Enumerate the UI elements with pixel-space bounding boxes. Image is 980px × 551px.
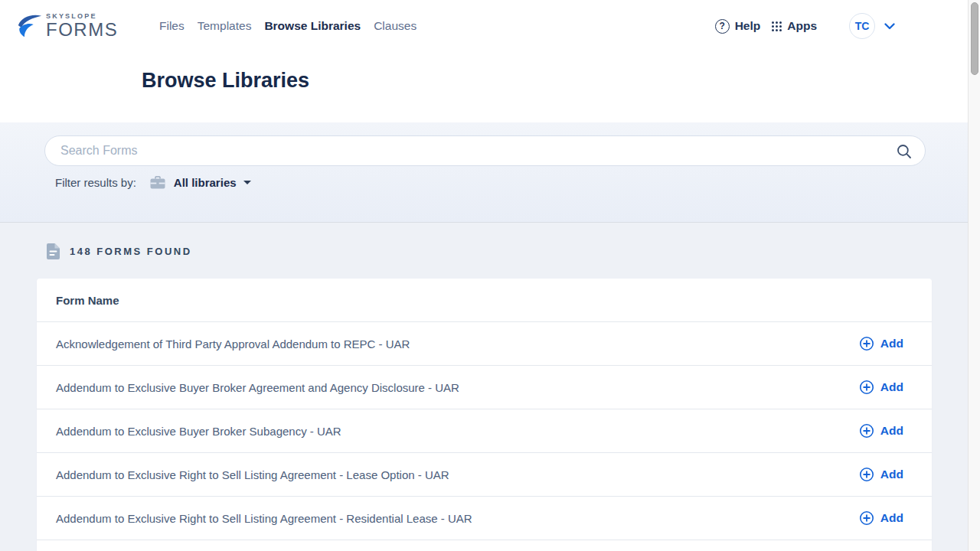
briefcase-icon: [150, 176, 165, 189]
filter-label: Filter results by:: [55, 176, 136, 189]
filter-row: Filter results by: All libraries: [55, 176, 926, 189]
form-name-cell: Addendum to Exclusive Right to Sell List…: [56, 468, 449, 481]
form-name-cell: Acknowledgement of Third Party Approval …: [56, 337, 410, 350]
add-form-button[interactable]: Add: [859, 423, 903, 439]
apps-grid-icon: [772, 21, 782, 31]
plus-circle-icon: [859, 380, 874, 395]
document-icon: [47, 243, 60, 259]
table-row: Addendum to Exclusive Buyer Broker Subag…: [37, 409, 932, 453]
add-form-button[interactable]: Add: [859, 510, 903, 526]
form-name-cell: Addendum to Exclusive Buyer Broker Subag…: [56, 425, 341, 438]
form-name-column-header: Form Name: [56, 294, 119, 307]
skyslope-swoosh-icon: [17, 12, 43, 40]
caret-down-icon: [243, 181, 251, 184]
add-button-label: Add: [880, 380, 903, 394]
main-nav: Files Templates Browse Libraries Clauses: [159, 19, 416, 33]
nav-item-clauses[interactable]: Clauses: [374, 19, 416, 33]
app-header: SKYSLOPE FORMS Files Templates Browse Li…: [0, 0, 968, 122]
logo-product-name: FORMS: [46, 21, 118, 39]
plus-circle-icon: [859, 510, 874, 526]
search-icon[interactable]: [897, 144, 912, 162]
results-section: 148 FORMS FOUND Form Name Acknowledgemen…: [0, 223, 968, 551]
results-count-row: 148 FORMS FOUND: [0, 243, 968, 259]
table-row: Addendum to Exclusive Buyer Broker Agree…: [37, 366, 932, 409]
skyslope-forms-logo[interactable]: SKYSLOPE FORMS: [17, 12, 130, 40]
search-form-container: [44, 135, 926, 166]
top-navigation-bar: SKYSLOPE FORMS Files Templates Browse Li…: [0, 0, 968, 52]
add-button-label: Add: [880, 468, 903, 481]
table-row: Addendum to Exclusive Right to Sell List…: [37, 497, 932, 540]
add-form-button[interactable]: Add: [859, 380, 903, 395]
vertical-scrollbar[interactable]: [968, 0, 980, 551]
nav-item-files[interactable]: Files: [159, 19, 185, 33]
table-header-row: Form Name: [37, 279, 932, 322]
help-icon: ?: [715, 19, 730, 34]
plus-circle-icon: [859, 336, 874, 351]
library-filter-dropdown[interactable]: All libraries: [174, 176, 251, 189]
add-button-label: Add: [880, 424, 903, 438]
add-form-button[interactable]: Add: [859, 467, 903, 482]
scrollbar-thumb[interactable]: [971, 2, 978, 75]
header-actions: ? Help Apps TC: [715, 13, 895, 39]
add-button-label: Add: [880, 511, 903, 525]
form-name-cell: Addendum to Exclusive Buyer Broker Agree…: [56, 381, 459, 394]
apps-button[interactable]: Apps: [772, 19, 817, 33]
user-avatar[interactable]: TC: [849, 13, 875, 39]
page-title: Browse Libraries: [142, 69, 968, 93]
help-button[interactable]: ? Help: [715, 19, 761, 34]
nav-item-browse-libraries[interactable]: Browse Libraries: [264, 19, 361, 33]
results-count-label: 148 FORMS FOUND: [70, 246, 192, 257]
plus-circle-icon: [859, 467, 874, 482]
forms-table: Form Name Acknowledgement of Third Party…: [37, 279, 932, 551]
table-row: Acknowledgement of Third Party Approval …: [37, 322, 932, 366]
help-label: Help: [735, 19, 761, 33]
apps-label: Apps: [787, 19, 817, 33]
add-form-button[interactable]: Add: [859, 336, 903, 351]
nav-item-templates[interactable]: Templates: [198, 19, 252, 33]
plus-circle-icon: [859, 423, 874, 439]
search-input[interactable]: [45, 136, 925, 165]
app-window: SKYSLOPE FORMS Files Templates Browse Li…: [0, 0, 968, 551]
form-name-cell: Addendum to Exclusive Right to Sell List…: [56, 512, 472, 525]
table-row: Addendum to Exclusive Right to Sell List…: [37, 453, 932, 497]
search-section: Filter results by: All libraries: [0, 122, 968, 223]
library-filter-value: All libraries: [174, 176, 237, 189]
chevron-down-icon: [884, 23, 895, 30]
user-menu-toggle[interactable]: [884, 23, 895, 30]
logo-text: SKYSLOPE FORMS: [46, 13, 118, 39]
add-button-label: Add: [880, 337, 903, 350]
table-body: Acknowledgement of Third Party Approval …: [37, 322, 932, 540]
